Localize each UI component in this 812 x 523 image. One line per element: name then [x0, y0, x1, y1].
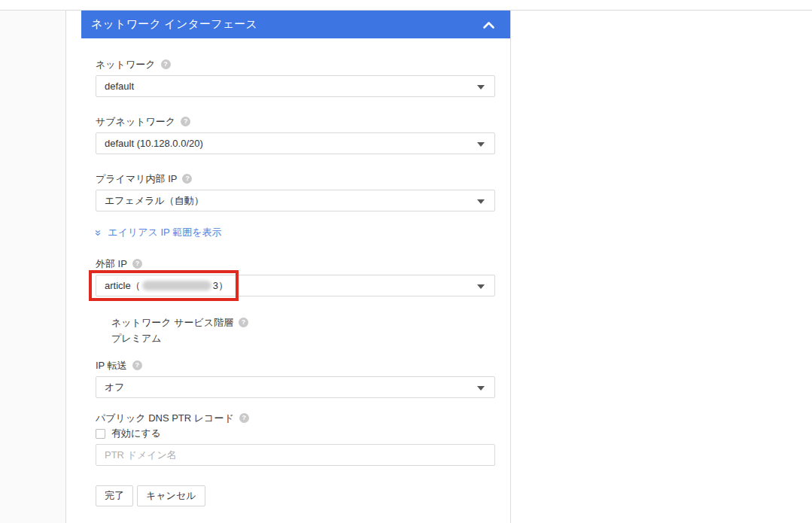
network-select[interactable]: default: [96, 75, 495, 97]
public-dns-ptr-field: パブリック DNS PTR レコード ? 有効にする: [96, 412, 495, 466]
network-field: ネットワーク ? default: [96, 59, 495, 97]
help-icon[interactable]: ?: [161, 59, 171, 69]
ip-forwarding-field: IP 転送 ? オフ: [96, 360, 495, 398]
redacted-ip-blur: [142, 281, 211, 290]
primary-internal-ip-select-value: エフェメラル（自動）: [105, 194, 204, 208]
primary-internal-ip-field: プライマリ内部 IP ? エフェメラル（自動）: [96, 173, 495, 211]
content-right-divider: [510, 11, 511, 523]
help-icon[interactable]: ?: [239, 413, 249, 423]
subnetwork-select[interactable]: default (10.128.0.0/20): [96, 132, 495, 154]
double-chevron-down-icon: »: [94, 230, 104, 236]
page: ネットワーク インターフェース ネットワーク ? default: [0, 0, 812, 523]
external-ip-select[interactable]: article（3）: [96, 275, 495, 296]
show-alias-ip-ranges-link[interactable]: » エイリアス IP 範囲を表示: [96, 226, 495, 239]
network-service-tier-block: ネットワーク サービス階層 ? プレミアム: [111, 317, 495, 345]
subnetwork-field: サブネットワーク ? default (10.128.0.0/20): [96, 116, 495, 154]
done-button[interactable]: 完了: [96, 485, 133, 506]
network-service-tier-label: ネットワーク サービス階層: [111, 317, 233, 328]
dropdown-caret-icon: [477, 85, 485, 90]
chevron-up-icon: [482, 20, 495, 29]
public-dns-ptr-label: パブリック DNS PTR レコード: [96, 412, 234, 424]
external-ip-field: 外部 IP ? article（3）: [96, 258, 495, 296]
dropdown-caret-icon: [477, 199, 485, 204]
primary-internal-ip-select[interactable]: エフェメラル（自動）: [96, 190, 495, 211]
network-select-value: default: [105, 81, 134, 92]
panel-body: ネットワーク ? default サブネットワーク ? default (10.…: [81, 38, 510, 506]
ip-forwarding-select-value: オフ: [105, 381, 125, 394]
help-icon[interactable]: ?: [182, 174, 192, 184]
dropdown-caret-icon: [477, 386, 485, 391]
ip-forwarding-label: IP 転送: [96, 360, 127, 371]
help-icon[interactable]: ?: [181, 117, 190, 126]
help-icon[interactable]: ?: [132, 259, 142, 269]
help-icon[interactable]: ?: [239, 318, 248, 327]
action-buttons: 完了 キャンセル: [96, 485, 495, 506]
external-ip-select-value: article（3）: [105, 279, 228, 293]
dropdown-caret-icon: [477, 142, 485, 147]
enable-ptr-checkbox[interactable]: [96, 429, 105, 439]
help-icon[interactable]: ?: [132, 360, 142, 370]
left-rail: [0, 11, 66, 523]
panel-title: ネットワーク インターフェース: [91, 17, 482, 32]
network-interface-panel: ネットワーク インターフェース ネットワーク ? default: [81, 11, 510, 523]
external-ip-label: 外部 IP: [96, 258, 127, 269]
ptr-domain-input[interactable]: [96, 444, 495, 466]
enable-ptr-checkbox-label: 有効にする: [111, 427, 161, 440]
primary-internal-ip-label: プライマリ内部 IP: [96, 173, 177, 184]
subnetwork-label: サブネットワーク: [96, 116, 175, 127]
network-service-tier-value: プレミアム: [111, 332, 495, 345]
subnetwork-select-value: default (10.128.0.0/20): [105, 138, 203, 149]
cancel-button[interactable]: キャンセル: [137, 485, 205, 506]
collapse-section-button[interactable]: [482, 18, 495, 32]
ip-forwarding-select[interactable]: オフ: [96, 376, 495, 398]
panel-header[interactable]: ネットワーク インターフェース: [81, 11, 510, 38]
alias-link-label: エイリアス IP 範囲を表示: [108, 226, 221, 239]
network-label: ネットワーク: [96, 59, 156, 70]
dropdown-caret-icon: [477, 284, 485, 289]
